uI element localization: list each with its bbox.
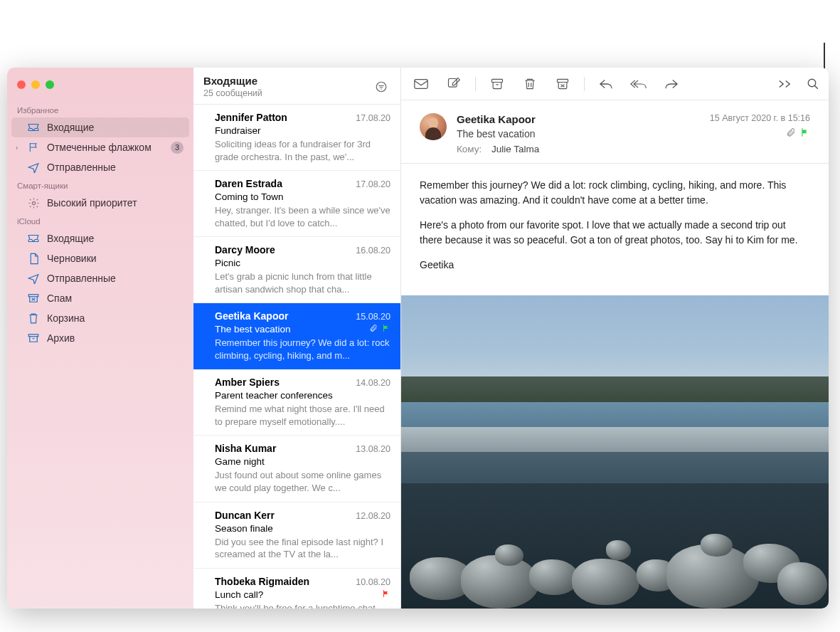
message-date: 17.08.20: [356, 179, 390, 189]
close-window-button[interactable]: [17, 80, 26, 89]
svg-rect-7: [558, 79, 568, 82]
message-subject: Coming to Town: [215, 191, 390, 202]
attachment-icon: [369, 324, 378, 335]
message-subject: Picnic: [215, 258, 390, 268]
message-sender: Jennifer Patton: [215, 112, 350, 123]
body-paragraph: Here's a photo from our favorite spot. I…: [420, 218, 810, 248]
message-date: 14.08.20: [356, 378, 390, 388]
flag-icon: [382, 324, 390, 335]
gear-icon: [27, 196, 40, 209]
sidebar-item[interactable]: Входящие: [11, 117, 189, 137]
svg-rect-1: [28, 295, 38, 297]
message-count: 25 сообщений: [203, 88, 372, 98]
archive-icon: [27, 332, 40, 344]
sidebar-section-label[interactable]: iCloud: [7, 213, 193, 228]
avatar[interactable]: [420, 113, 447, 140]
sidebar-item-label: Черновики: [47, 253, 97, 264]
header-to: Кому: Julie Talma: [457, 144, 700, 154]
message-subject: Season finale: [215, 523, 390, 534]
filter-button[interactable]: [372, 79, 390, 95]
mail-window: ИзбранноеВходящие›Отмеченные флажком3Отп…: [7, 68, 829, 609]
archive-button[interactable]: [482, 72, 513, 96]
message-preview: Did you see the final episode last night…: [215, 536, 390, 561]
attachment-icon[interactable]: [786, 127, 796, 139]
get-mail-button[interactable]: [405, 72, 437, 96]
message-item[interactable]: Amber Spiers14.08.20Parent teacher confe…: [193, 369, 400, 436]
junk-button[interactable]: [547, 72, 578, 96]
sent-icon: [27, 272, 40, 285]
svg-point-0: [32, 201, 35, 204]
sidebar-item-label: Входящие: [47, 122, 94, 133]
search-button[interactable]: [802, 72, 824, 96]
junk-icon: [27, 292, 40, 305]
sidebar-item[interactable]: Спам: [7, 288, 193, 308]
message-item[interactable]: Daren Estrada17.08.20Coming to TownHey, …: [193, 171, 400, 237]
fullscreen-window-button[interactable]: [46, 80, 54, 89]
to-name[interactable]: Julie Talma: [491, 144, 539, 154]
doc-icon: [27, 252, 40, 265]
compose-button[interactable]: [438, 72, 469, 96]
list-title: Входящие: [203, 75, 372, 87]
to-label: Кому:: [457, 144, 482, 154]
sidebar-item[interactable]: Отправленные: [7, 157, 193, 177]
separator: [584, 77, 585, 91]
message-item[interactable]: Darcy Moore16.08.20PicnicLet's grab a pi…: [193, 237, 400, 303]
sidebar-item[interactable]: Входящие: [7, 228, 193, 248]
sidebar-section-label[interactable]: Смарт-ящики: [7, 177, 193, 193]
header-from[interactable]: Geetika Kapoor: [457, 113, 700, 125]
message-item[interactable]: Geetika Kapoor15.08.20The best vacationR…: [193, 303, 400, 369]
message-sender: Nisha Kumar: [215, 443, 350, 454]
message-sender: Darcy Moore: [215, 244, 350, 256]
message-preview: Think you'll be free for a lunchtime cha…: [215, 602, 390, 609]
sidebar-item-label: Высокий приоритет: [47, 197, 137, 209]
more-button[interactable]: [769, 72, 800, 96]
trash-icon: [27, 312, 40, 325]
message-date: 10.08.20: [356, 577, 390, 587]
flag-icon[interactable]: [800, 127, 810, 139]
message-item[interactable]: Jennifer Patton17.08.20FundraiserSolicit…: [193, 105, 400, 171]
header-date: 15 Август 2020 г. в 15:16: [710, 113, 810, 123]
sidebar-item[interactable]: Высокий приоритет: [7, 193, 193, 213]
sidebar-section-label[interactable]: Избранное: [7, 102, 193, 117]
svg-point-8: [808, 79, 816, 87]
sent-icon: [27, 161, 40, 174]
svg-rect-6: [492, 79, 503, 82]
sidebar-item-label: Корзина: [47, 312, 85, 324]
sidebar-item-label: Отправленные: [47, 273, 116, 284]
message-preview: Just found out about some online games w…: [215, 469, 390, 494]
sidebar-item-label: Отмеченные флажком: [47, 142, 151, 153]
sidebar-item[interactable]: Отправленные: [7, 268, 193, 288]
message-date: 12.08.20: [356, 511, 390, 521]
sidebar-item[interactable]: Архив: [7, 328, 193, 348]
message-item[interactable]: Nisha Kumar13.08.20Game nightJust found …: [193, 436, 400, 502]
toolbar: [401, 68, 829, 100]
forward-button[interactable]: [656, 72, 687, 96]
reply-all-button[interactable]: [623, 72, 654, 96]
message-sender: Duncan Kerr: [215, 510, 350, 521]
svg-point-3: [376, 82, 386, 92]
minimize-window-button[interactable]: [31, 80, 40, 89]
body-signature: Geetika: [420, 258, 810, 273]
sidebar-item[interactable]: ›Отмеченные флажком3: [7, 137, 193, 157]
message-list[interactable]: Jennifer Patton17.08.20FundraiserSolicit…: [193, 105, 400, 609]
message-subject: Game night: [215, 456, 390, 467]
message-item[interactable]: Thobeka Rigmaiden10.08.20Lunch call?Thin…: [193, 569, 400, 609]
message-item[interactable]: Duncan Kerr12.08.20Season finaleDid you …: [193, 502, 400, 569]
svg-rect-5: [449, 78, 457, 87]
message-body: Remember this journey? We did a lot: roc…: [401, 164, 829, 295]
svg-rect-2: [28, 335, 38, 337]
message-image-attachment[interactable]: [401, 295, 829, 609]
message-preview: Let's grab a picnic lunch from that litt…: [215, 270, 390, 295]
svg-rect-4: [415, 79, 427, 88]
delete-button[interactable]: [514, 72, 546, 96]
message-preview: Soliciting ideas for a fundraiser for 3r…: [215, 138, 390, 163]
sidebar-item-label: Входящие: [47, 233, 94, 244]
message-subject: Lunch call?: [215, 589, 378, 600]
sidebar-item[interactable]: Черновики: [7, 248, 193, 268]
window-controls: [7, 75, 193, 102]
header-subject: The best vacation: [457, 128, 700, 139]
reply-button[interactable]: [590, 72, 622, 96]
sidebar-item[interactable]: Корзина: [7, 308, 193, 328]
sidebar-item-label: Архив: [47, 332, 75, 344]
message-date: 16.08.20: [356, 246, 390, 256]
